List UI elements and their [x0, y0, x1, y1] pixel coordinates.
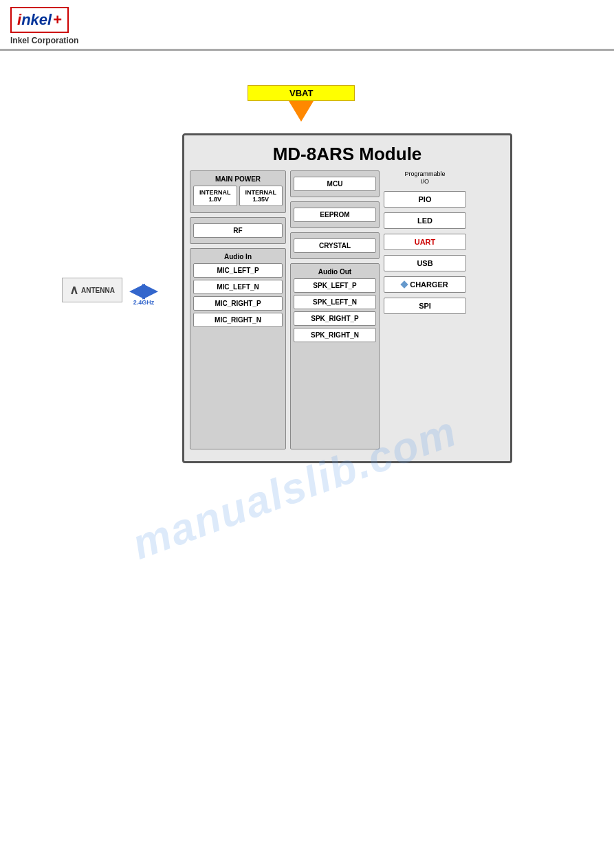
module-title: MD-8ARS Module — [184, 135, 510, 170]
rf-block: RF — [193, 223, 283, 238]
bidir-arrow-container: ◀ ▶ 2.4GHz — [129, 280, 158, 300]
mcu-section: MCU — [290, 170, 380, 197]
logo-container: inkel+ — [10, 7, 604, 33]
eeprom-section: EEPROM — [290, 201, 380, 228]
module-box: MD-8ARS Module MAIN POWER INTERNAL1.8V I… — [182, 133, 512, 463]
antenna-box: ∧ ANTENNA — [62, 278, 122, 302]
charger-diamond-icon — [401, 280, 408, 288]
logo-plus: + — [53, 11, 62, 29]
vbat-arrow — [289, 101, 314, 122]
header: inkel+ Inkel Corporation — [0, 0, 614, 51]
spk-left-p: SPK_LEFT_P — [294, 278, 376, 293]
pio-block: PIO — [384, 191, 466, 208]
antenna-icon: ∧ — [69, 282, 78, 298]
charger-block: CHARGER — [384, 276, 466, 293]
frequency-label: 2.4GHz — [133, 299, 155, 306]
mic-right-n: MIC_RIGHT_N — [193, 313, 283, 327]
logo-nkel: nkel — [21, 11, 52, 29]
audio-out-section: Audio Out SPK_LEFT_P SPK_LEFT_N SPK_RIGH… — [290, 263, 380, 449]
internal-power-pair: INTERNAL1.8V INTERNAL1.35V — [193, 186, 283, 206]
mic-right-p: MIC_RIGHT_P — [193, 296, 283, 311]
main-power-title: MAIN POWER — [193, 175, 283, 183]
audio-in-section: Audio In MIC_LEFT_P MIC_LEFT_N MIC_RIGHT… — [190, 248, 286, 449]
spk-left-n: SPK_LEFT_N — [294, 295, 376, 309]
diagram-area: VBAT MD-8ARS Module MAIN POWER INTERNAL1… — [0, 65, 614, 504]
eeprom-block: EEPROM — [294, 208, 376, 222]
crystal-section: CRYSTAL — [290, 232, 380, 259]
main-power-section: MAIN POWER INTERNAL1.8V INTERNAL1.35V — [190, 170, 286, 213]
col-center: MCU EEPROM CRYSTAL Audio Out SPK_LEFT_P … — [290, 170, 380, 449]
antenna-container: ∧ ANTENNA ◀ ▶ 2.4GHz — [62, 278, 158, 302]
spk-right-n: SPK_RIGHT_N — [294, 328, 376, 342]
internal-135v-block: INTERNAL1.35V — [239, 186, 283, 206]
audio-in-title: Audio In — [193, 253, 283, 260]
audio-out-title: Audio Out — [294, 268, 376, 276]
module-inner: MAIN POWER INTERNAL1.8V INTERNAL1.35V RF… — [184, 170, 510, 455]
spk-right-p: SPK_RIGHT_P — [294, 311, 376, 326]
mic-left-n: MIC_LEFT_N — [193, 280, 283, 294]
internal-18v-block: INTERNAL1.8V — [193, 186, 237, 206]
mcu-block: MCU — [294, 177, 376, 191]
antenna-label: ANTENNA — [81, 287, 115, 294]
programmable-io-header: Programmable I/O — [384, 170, 466, 186]
rf-section: RF — [190, 217, 286, 244]
led-block: LED — [384, 212, 466, 229]
mic-left-p: MIC_LEFT_P — [193, 263, 283, 278]
crystal-block: CRYSTAL — [294, 238, 376, 253]
col-left: MAIN POWER INTERNAL1.8V INTERNAL1.35V RF… — [190, 170, 286, 449]
col-right: Programmable I/O PIO LED UART USB CHARGE… — [384, 170, 466, 449]
vbat-label: VBAT — [248, 85, 355, 101]
logo-box: inkel+ — [10, 7, 69, 33]
company-name: Inkel Corporation — [10, 36, 604, 45]
spi-block: SPI — [384, 298, 466, 314]
uart-block: UART — [384, 234, 466, 250]
usb-block: USB — [384, 255, 466, 271]
vbat-container: VBAT — [248, 85, 355, 122]
